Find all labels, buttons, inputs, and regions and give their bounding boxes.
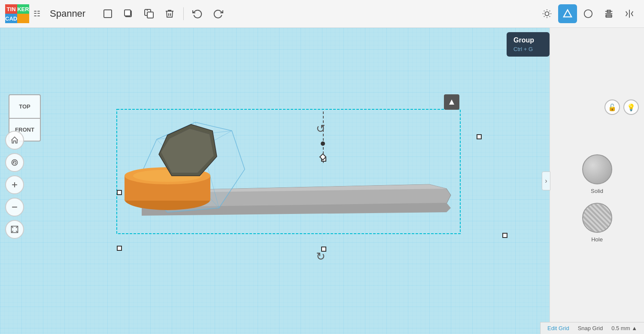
svg-line-14 [550, 11, 550, 11]
new-button[interactable] [98, 4, 117, 23]
left-nav [5, 88, 24, 239]
lock-button[interactable]: 🔓 [605, 99, 620, 115]
hole-circle [582, 203, 612, 233]
duplicate-button[interactable] [140, 4, 158, 23]
hole-label: Hole [591, 236, 603, 243]
right-panel: 🔓 💡 Solid Hole [550, 28, 644, 334]
align-button[interactable] [599, 4, 618, 23]
copy-button[interactable] [119, 4, 138, 23]
menu-button[interactable]: ☷ [27, 4, 46, 23]
3d-object [77, 101, 507, 272]
group-button[interactable] [444, 94, 459, 110]
edit-grid-label[interactable]: Edit Grid [547, 325, 569, 331]
group-tooltip-title: Group [513, 36, 543, 44]
shape-button[interactable] [558, 4, 577, 23]
svg-rect-4 [147, 12, 153, 18]
solid-circle [582, 154, 612, 184]
snap-value[interactable]: 0.5 mm ▲ [611, 325, 637, 331]
svg-point-16 [584, 10, 592, 18]
svg-line-13 [544, 16, 544, 17]
height-dot-top[interactable] [321, 141, 325, 146]
snap-grid-label: Snap Grid [578, 325, 603, 331]
svg-line-10 [550, 16, 550, 17]
handle-top-left[interactable] [117, 190, 122, 195]
zoom-out-button[interactable] [5, 198, 24, 217]
canvas-area[interactable]: TOP FRONT [0, 28, 644, 334]
zoom-in-button[interactable] [5, 175, 24, 194]
lightbulb-button[interactable] [538, 4, 556, 23]
rotation-arrow-bottom[interactable]: ↻ [316, 250, 325, 263]
header: TIN KER CAD ☷ Spanner [0, 0, 644, 28]
shape-panel: Solid Hole [550, 146, 644, 251]
logo-cad: CAD [5, 14, 17, 23]
solid-option[interactable]: Solid [559, 154, 635, 194]
svg-line-9 [544, 11, 544, 11]
app-logo[interactable]: TIN KER CAD [5, 4, 24, 23]
right-toolbar [538, 4, 639, 23]
redo-button[interactable] [209, 4, 228, 23]
handle-bottom-right[interactable] [502, 233, 507, 238]
delete-button[interactable] [160, 4, 179, 23]
visibility-button[interactable]: 💡 [623, 99, 639, 115]
solid-label: Solid [591, 188, 603, 194]
circle-tool-button[interactable] [579, 4, 598, 23]
mirror-button[interactable] [620, 4, 639, 23]
svg-marker-15 [564, 10, 571, 17]
rotate-nav-button[interactable] [5, 153, 24, 172]
hole-option[interactable]: Hole [559, 203, 635, 243]
handle-bottom-left[interactable] [117, 246, 122, 251]
rotation-arrow-top[interactable]: ↺ [316, 122, 325, 135]
svg-rect-2 [125, 10, 131, 16]
perspective-button[interactable] [5, 220, 24, 239]
handle-top-right[interactable] [477, 134, 482, 139]
svg-point-6 [545, 12, 549, 15]
group-tooltip: Group Ctrl + G [507, 32, 550, 57]
group-tooltip-shortcut: Ctrl + G [513, 46, 543, 52]
app-title: Spanner [50, 8, 85, 19]
svg-rect-0 [104, 10, 112, 18]
panel-toggle-chevron[interactable]: › [542, 172, 550, 190]
home-nav-button[interactable] [5, 131, 24, 150]
undo-button[interactable] [188, 4, 207, 23]
status-bar: Edit Grid Snap Grid 0.5 mm ▲ [540, 322, 644, 334]
logo-tin: TIN [5, 4, 17, 14]
